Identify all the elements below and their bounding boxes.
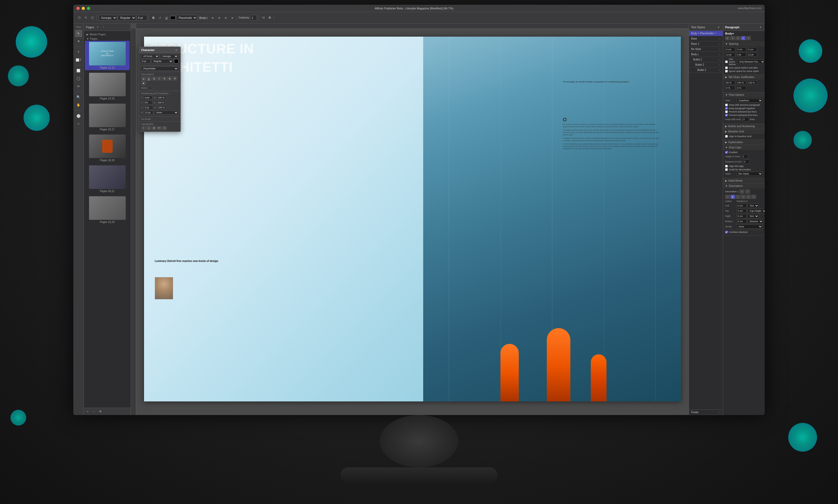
just-val-5[interactable] (736, 86, 746, 90)
char-placeholder-select[interactable]: Placeholder (141, 67, 178, 71)
misc-btn-1[interactable]: ⌥ (260, 15, 266, 21)
ts-item-body-placeholder[interactable]: Body > Placeholder < ↑↓ (689, 31, 723, 36)
char-typo-2[interactable]: fi (146, 126, 151, 130)
character-panel-menu[interactable]: ≡ (174, 48, 178, 52)
char-typo-4[interactable]: TT (157, 126, 161, 130)
keep-with-next-input[interactable] (743, 117, 749, 122)
char-deco-underline3[interactable]: U̲ (152, 76, 156, 80)
pages-duplicate-button[interactable]: ⧉ (98, 409, 103, 414)
ts-item-body[interactable]: Body ( ↑↓ (689, 52, 723, 57)
deco-type-1[interactable]: □ (725, 195, 730, 199)
page-item-3[interactable]: Pages 16,17 (85, 103, 129, 132)
initial-words-header[interactable]: ▶ Initial Words (723, 178, 765, 183)
pages-add-page-button[interactable]: + (85, 409, 91, 414)
char-y-input[interactable] (143, 101, 153, 105)
columns-input[interactable] (250, 15, 257, 21)
top-input[interactable] (737, 209, 747, 213)
right-input[interactable] (737, 214, 747, 218)
stroke-select[interactable]: None (737, 224, 763, 229)
ts-item-bullet3[interactable]: Bullet 3 ↑↓ (689, 68, 723, 73)
char-typo-3[interactable]: ffl (152, 126, 156, 130)
keep-with-prev-checkbox[interactable] (725, 104, 728, 106)
top-relative-select[interactable]: Cap Height (748, 209, 765, 213)
decoration-add-btn[interactable]: + (739, 190, 744, 194)
char-deco-strikethrough2[interactable]: S (167, 76, 172, 80)
ignore-space-checkbox[interactable] (725, 70, 728, 72)
misc-btn-2[interactable]: ⚙ (267, 15, 273, 21)
page-item-5[interactable]: Pages 20,21 (85, 164, 129, 194)
page-item-6[interactable]: Pages 22,23 (85, 195, 129, 224)
tab-stops-header[interactable]: ▶ Tab Stops Justification (723, 75, 765, 79)
deco-type-3[interactable]: □ (736, 195, 740, 199)
char-deco-strikethrough3[interactable]: S̶ (173, 76, 177, 80)
bottom-input[interactable] (737, 219, 747, 223)
char-size-input[interactable] (144, 110, 153, 114)
char-deco-underline4[interactable]: U (157, 76, 161, 80)
left-relative-select[interactable]: Text (748, 203, 759, 208)
deco-type-2[interactable]: ■ (730, 195, 735, 199)
decorations-header[interactable]: ▼ Decorations (723, 183, 765, 188)
tool-node[interactable]: ✕ (75, 38, 82, 45)
just-val-2[interactable] (736, 80, 746, 85)
dist-text-input[interactable] (743, 160, 750, 164)
tool-rectangle[interactable]: ⬜ (75, 67, 82, 74)
align-left-edge-checkbox[interactable] (725, 165, 728, 167)
paragraph-menu[interactable]: ≡ (758, 25, 763, 29)
spacing-before-right[interactable] (747, 47, 757, 52)
align-right-btn[interactable]: ≡ (736, 36, 740, 40)
tool-frame-text[interactable]: ⬜T (75, 56, 82, 64)
char-font-size[interactable] (141, 59, 150, 63)
prevent-widowed-checkbox[interactable] (725, 110, 728, 113)
align-center-btn[interactable]: ≡ (730, 36, 735, 40)
text-styles-menu[interactable]: ≡ (716, 25, 721, 29)
flow-anywhere-select[interactable]: Anywhere (737, 98, 763, 103)
char-typo-5[interactable]: Tl (162, 126, 167, 130)
hyphenation-header[interactable]: ▶ Hyphenation (723, 140, 765, 145)
tool-select[interactable]: ↖ (75, 30, 82, 37)
tool-pan[interactable]: ✋ (75, 101, 82, 109)
bottom-relative-select[interactable]: Descent (748, 219, 763, 223)
just-val-1[interactable] (725, 80, 735, 85)
color-swatch[interactable] (170, 16, 175, 20)
char-deco-strikethrough[interactable]: S (162, 76, 167, 80)
char-deco-underline2[interactable]: U (146, 76, 151, 80)
align-left-button[interactable]: ≡ (210, 15, 215, 21)
document-canvas[interactable]: STRUCTURE IN ARCHITETTI (144, 37, 681, 401)
toolbar-tool-1[interactable]: ⬡ (76, 15, 82, 21)
decoration-remove-btn[interactable]: − (745, 190, 750, 194)
use-space-before-checkbox[interactable] (725, 60, 728, 63)
align-right-button[interactable]: ≡ (223, 15, 229, 21)
char-angle-input[interactable] (144, 106, 153, 110)
pages-delete-button[interactable]: − (91, 409, 97, 414)
left-input[interactable] (737, 203, 747, 208)
tool-zoom[interactable]: 🔍 (75, 93, 82, 101)
ts-item-base[interactable]: Base ↑↓ (689, 36, 723, 41)
align-left-btn[interactable]: ≡ (725, 36, 730, 40)
char-break-select[interactable]: None (154, 110, 178, 114)
page-item-1[interactable]: STRUCTUREINARCHITETTI Pages 12,13 (85, 41, 129, 70)
just-val-4[interactable] (725, 86, 735, 90)
flow-options-header[interactable]: ▼ Flow Options (723, 92, 765, 97)
spacing-before-top[interactable] (725, 47, 735, 52)
maximize-button[interactable] (87, 7, 90, 10)
right-relative-select[interactable]: Text (748, 214, 759, 218)
canvas-area[interactable]: STRUCTURE IN ARCHITETTI (131, 23, 689, 415)
char-color-swatch[interactable] (174, 59, 178, 63)
combine-identical-checkbox[interactable] (725, 231, 728, 233)
sum-space-checkbox[interactable] (725, 67, 728, 69)
spacing-pt-12[interactable] (725, 53, 735, 57)
deco-type-5[interactable]: □ (746, 195, 751, 199)
scale-descenders-checkbox[interactable] (725, 168, 728, 171)
pages-menu-button[interactable]: ⋮ (101, 25, 106, 29)
spacing-before-left[interactable] (736, 47, 746, 52)
align-justify-button[interactable]: ≡ (229, 15, 235, 21)
only-between-select[interactable]: Only Between Par... (737, 60, 765, 64)
baseline-header[interactable]: ▶ Baseline Grid (723, 129, 765, 134)
align-center-button[interactable]: ≡ (216, 15, 222, 21)
char-x-input[interactable] (143, 95, 153, 100)
italic-button[interactable]: I (157, 15, 163, 21)
ts-item-no-style[interactable]: No Style ↑↓ (689, 47, 723, 52)
prevent-orphaned-checkbox[interactable] (725, 114, 728, 116)
char-deco-underline[interactable]: U (141, 76, 146, 80)
char-typo-1[interactable]: f (141, 126, 146, 130)
